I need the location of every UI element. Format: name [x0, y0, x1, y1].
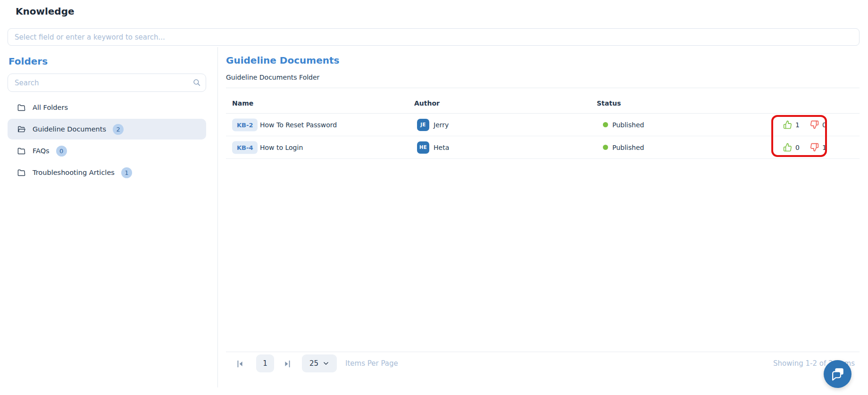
last-page-icon — [282, 359, 292, 369]
folder-label: FAQs — [33, 147, 50, 155]
folder-count-badge: 1 — [121, 167, 132, 178]
article-title: How to Login — [260, 144, 303, 151]
sidebar-divider — [217, 47, 218, 387]
folder-label: All Folders — [33, 104, 68, 111]
folder-count-badge: 0 — [56, 146, 67, 156]
author-name: Jerry — [434, 121, 449, 129]
feedback-cell: 0 1 — [783, 143, 833, 152]
folder-closed-icon — [17, 147, 26, 156]
chat-bubbles-icon — [830, 367, 845, 381]
sidebar-item-troubleshooting-articles[interactable]: Troubleshooting Articles 1 — [8, 162, 206, 183]
author-avatar: HE — [417, 141, 429, 154]
folder-list: All Folders Guideline Documents 2 FAQs 0… — [8, 97, 206, 184]
dislikes-count: 1 — [822, 144, 826, 151]
status-badge: Published — [603, 121, 644, 129]
pagination-divider — [226, 352, 860, 352]
sidebar-item-guideline-documents[interactable]: Guideline Documents 2 — [8, 119, 206, 140]
feedback-cell: 1 0 — [783, 120, 833, 130]
folder-label: Guideline Documents — [33, 125, 106, 133]
knowledge-page: Knowledge Folders All Folders Guideline … — [0, 0, 868, 395]
global-search-input[interactable] — [8, 28, 860, 46]
chevron-down-icon — [323, 360, 329, 367]
folder-closed-icon — [17, 168, 26, 177]
first-page-icon — [235, 359, 245, 369]
folder-closed-icon — [17, 103, 26, 112]
sidebar-item-all-folders[interactable]: All Folders — [8, 97, 206, 118]
folder-label: Troubleshooting Articles — [33, 169, 115, 176]
article-key-badge: KB-2 — [232, 118, 258, 131]
section-divider — [226, 88, 860, 88]
likes-count: 1 — [795, 121, 800, 129]
likes-count: 0 — [795, 144, 800, 151]
table-header-row: Name Author Status — [226, 95, 860, 114]
author-avatar: JE — [417, 119, 429, 131]
column-header-author: Author — [414, 99, 440, 107]
page-number-button[interactable]: 1 — [256, 354, 274, 372]
page-size-dropdown[interactable]: 25 — [302, 354, 337, 372]
article-title: How To Reset Password — [260, 121, 337, 129]
last-page-button[interactable] — [282, 358, 293, 370]
folder-open-icon — [17, 125, 26, 134]
column-header-name: Name — [232, 99, 253, 107]
chat-widget-button[interactable] — [824, 360, 851, 388]
thumbs-up-icon[interactable] — [783, 143, 793, 152]
thumbs-down-icon[interactable] — [810, 120, 819, 130]
thumbs-down-icon[interactable] — [810, 143, 819, 152]
items-per-page-label: Items Per Page — [345, 359, 398, 368]
status-dot-icon — [603, 145, 608, 150]
search-icon — [192, 78, 201, 87]
folders-panel-title: Folders — [8, 56, 48, 67]
dislikes-count: 0 — [822, 121, 826, 129]
page-title: Knowledge — [16, 6, 75, 17]
folder-search — [8, 74, 206, 92]
sidebar-item-faqs[interactable]: FAQs 0 — [8, 140, 206, 161]
table-row[interactable]: KB-2 How To Reset Password JE Jerry Publ… — [226, 114, 860, 136]
column-header-status: Status — [597, 99, 621, 107]
article-key-badge: KB-4 — [232, 141, 258, 154]
first-page-button[interactable] — [235, 358, 246, 370]
status-label: Published — [612, 121, 644, 129]
status-label: Published — [612, 144, 644, 151]
table-row[interactable]: KB-4 How to Login HE Heta Published 0 — [226, 136, 860, 159]
page-size-value: 25 — [309, 359, 318, 368]
folder-search-input[interactable] — [8, 74, 206, 92]
folder-count-badge: 2 — [113, 124, 124, 135]
author-name: Heta — [434, 144, 449, 151]
section-title: Guideline Documents — [226, 55, 339, 66]
status-badge: Published — [603, 144, 644, 151]
status-dot-icon — [603, 122, 608, 127]
thumbs-up-icon[interactable] — [783, 120, 793, 130]
section-subtitle: Guideline Documents Folder — [226, 74, 319, 81]
